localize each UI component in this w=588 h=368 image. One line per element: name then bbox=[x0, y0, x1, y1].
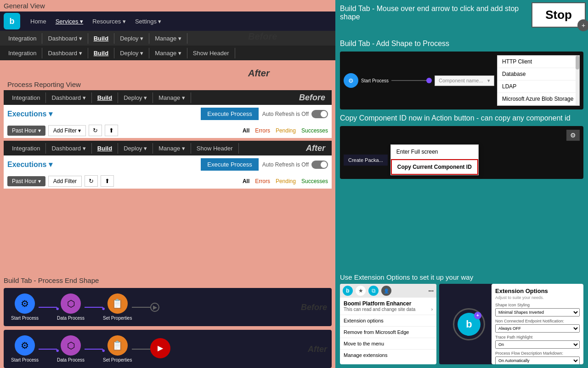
build-process-end-section: Build Tab - Process End Shape ⚙ Start Pr… bbox=[0, 274, 335, 368]
gv-label-after: After bbox=[248, 68, 270, 79]
component-dropdown[interactable]: Component name... ▾ bbox=[435, 75, 494, 86]
opt-label-1: Shape Icon Styling bbox=[495, 303, 580, 307]
tab-deploy-before[interactable]: Deploy ▾ bbox=[114, 33, 149, 44]
ext-boomi-sub-text: This can read and change site data bbox=[344, 307, 415, 312]
process-tab-before: Integration Dashboard ▾ Build Deploy ▾ M… bbox=[4, 90, 332, 105]
tab-show-header[interactable]: Show Header bbox=[187, 48, 235, 58]
tab-integration-after[interactable]: Integration bbox=[3, 48, 42, 58]
executions-button-before[interactable]: Executions ▾ bbox=[7, 109, 52, 118]
nav-services[interactable]: Services ▾ bbox=[51, 15, 88, 28]
tab-manage-before[interactable]: Manage ▾ bbox=[149, 33, 187, 44]
set-properties-label-before: Set Properties bbox=[103, 316, 132, 321]
auto-refresh-before: Auto Refresh is Off bbox=[262, 111, 309, 117]
boomi-logo-outer: b + bbox=[453, 308, 485, 340]
extension-section: Use Extension Options to set it up your … bbox=[335, 270, 588, 368]
data-process-icon-before: ⬡ bbox=[61, 293, 81, 314]
proc-tab-integration-before[interactable]: Integration bbox=[6, 92, 46, 103]
opt-select-1[interactable]: Minimal Shapes Inverted bbox=[495, 308, 580, 316]
boomi-platform-enhancer-label: Boomi Platform Enhancer This can read an… bbox=[340, 298, 436, 315]
nav-settings[interactable]: Settings ▾ bbox=[130, 15, 166, 28]
start-shape-icon: ⚙ bbox=[344, 73, 358, 88]
execute-process-btn-after[interactable]: Execute Process bbox=[201, 158, 259, 171]
proc-tab-deploy-before[interactable]: Deploy ▾ bbox=[118, 92, 153, 103]
executions-button-after[interactable]: Executions ▾ bbox=[7, 160, 52, 169]
copy-component-id-menu-item[interactable]: Copy Current Component ID bbox=[391, 159, 478, 175]
filter-pending-after[interactable]: Pending bbox=[276, 178, 296, 184]
ext-options-item[interactable]: Extension options bbox=[340, 315, 436, 327]
refresh-icon-btn-before[interactable]: ↻ bbox=[89, 125, 102, 136]
past-hour-btn-after[interactable]: Past Hour ▾ bbox=[7, 176, 45, 186]
filter-tabs-before: All Errors Pending Successes bbox=[243, 127, 328, 134]
opt-select-2[interactable]: Always OFF bbox=[495, 324, 580, 333]
comp-ldap[interactable]: LDAP bbox=[498, 80, 579, 93]
refresh-icon-btn-after[interactable]: ↻ bbox=[85, 175, 98, 187]
opt-select-3[interactable]: On bbox=[495, 340, 580, 349]
nav-resources[interactable]: Resources ▾ bbox=[88, 15, 130, 28]
toggle-before[interactable] bbox=[311, 110, 328, 118]
tab-build-after[interactable]: Build bbox=[88, 48, 115, 58]
set-properties-icon-before: 📋 bbox=[107, 293, 128, 314]
gear-row: ⚙ bbox=[344, 130, 580, 141]
gear-button[interactable]: ⚙ bbox=[566, 130, 580, 141]
build-stop-title: Build Tab - Mouse over end arrow to clic… bbox=[340, 5, 528, 21]
tab-build-before[interactable]: Build bbox=[88, 33, 115, 44]
filter-successes-after[interactable]: Successes bbox=[301, 178, 328, 184]
ext-more-icon[interactable]: ••• bbox=[428, 288, 434, 293]
filter-pending-before[interactable]: Pending bbox=[276, 127, 296, 134]
export-icon-btn-before[interactable]: ⬆ bbox=[105, 125, 118, 136]
filter-all-after[interactable]: All bbox=[243, 178, 249, 184]
executions-area-before: Executions ▾ Execute Process Auto Refres… bbox=[4, 105, 332, 123]
ext-move-item[interactable]: Move to the menu bbox=[340, 338, 436, 350]
proc-tab-deploy-after[interactable]: Deploy ▾ bbox=[118, 143, 153, 154]
filter-bar-before: Past Hour ▾ Add Filter ▾ ↻ ⬆ All Errors … bbox=[4, 123, 332, 138]
proc-tab-integration-after[interactable]: Integration bbox=[6, 143, 46, 154]
export-icon-btn-after[interactable]: ⬆ bbox=[101, 175, 114, 187]
proc-tab-build-before[interactable]: Build bbox=[92, 92, 119, 103]
proc-tab-manage-after[interactable]: Manage ▾ bbox=[153, 143, 191, 154]
tab-manage-after[interactable]: Manage ▾ bbox=[149, 48, 187, 58]
add-filter-btn-after[interactable]: Add Filter bbox=[48, 176, 82, 187]
comp-azure-blob[interactable]: Microsoft Azure Blob Storage bbox=[498, 93, 579, 105]
tab-deploy-after[interactable]: Deploy ▾ bbox=[114, 48, 149, 58]
create-package-btn[interactable]: Create Packa... bbox=[344, 155, 388, 166]
enter-fullscreen-menu-item[interactable]: Enter Full screen bbox=[391, 145, 478, 159]
process-before-area: Integration Dashboard ▾ Build Deploy ▾ M… bbox=[4, 90, 332, 138]
filter-errors-before[interactable]: Errors bbox=[255, 127, 270, 134]
opt-select-4[interactable]: On Automatically bbox=[495, 356, 580, 364]
scrollbar[interactable] bbox=[576, 56, 579, 105]
ext-boomi-title: Boomi Platform Enhancer bbox=[344, 300, 433, 307]
component-dropdown-wrapper[interactable]: Component name... ▾ bbox=[435, 75, 494, 86]
nav-home[interactable]: Home bbox=[26, 15, 51, 28]
proc-tab-show-header-after[interactable]: Show Header bbox=[191, 143, 239, 154]
tab-dashboard-after[interactable]: Dashboard ▾ bbox=[42, 48, 88, 58]
tab-integration-before[interactable]: Integration bbox=[3, 33, 42, 44]
copy-component-section: Copy Component ID now in Action button -… bbox=[340, 114, 583, 179]
execute-process-btn-before[interactable]: Execute Process bbox=[201, 108, 259, 120]
connector-line bbox=[391, 80, 432, 81]
filter-successes-before[interactable]: Successes bbox=[301, 127, 328, 134]
proc-tab-dashboard-before[interactable]: Dashboard ▾ bbox=[46, 92, 91, 103]
tab-dashboard-before[interactable]: Dashboard ▾ bbox=[42, 33, 88, 44]
set-properties-icon-after: 📋 bbox=[107, 335, 128, 356]
comp-database[interactable]: Database bbox=[498, 68, 579, 80]
add-shape-title: Build Tab - Add Shape to Process bbox=[340, 40, 583, 48]
proc-tab-manage-before[interactable]: Manage ▾ bbox=[153, 92, 191, 103]
past-hour-btn-before[interactable]: Past Hour ▾ bbox=[7, 126, 45, 136]
proc-tab-dashboard-after[interactable]: Dashboard ▾ bbox=[46, 143, 91, 154]
flow-before-label: Before bbox=[301, 302, 327, 312]
ext-manage-item[interactable]: Manage extensions bbox=[340, 350, 436, 361]
comp-http-client[interactable]: HTTP Client bbox=[498, 56, 579, 68]
filter-errors-after[interactable]: Errors bbox=[255, 178, 270, 184]
opt-label-4: Process Flow Description Markdown: bbox=[495, 351, 580, 356]
ext-options-screenshot: b + Extension Options Adjust to suite yo… bbox=[439, 284, 583, 364]
add-filter-btn-before[interactable]: Add Filter ▾ bbox=[48, 125, 86, 136]
action-row: Create Packa... Enter Full screen Copy C… bbox=[344, 144, 580, 175]
stop-button[interactable]: Stop bbox=[532, 3, 585, 27]
extension-title: Use Extension Options to set it up your … bbox=[340, 273, 583, 281]
proc-label-before: Before bbox=[299, 93, 329, 103]
proc-tab-build-after[interactable]: Build bbox=[92, 143, 119, 154]
filter-all-before[interactable]: All bbox=[243, 127, 249, 134]
start-process-label-before: Start Process bbox=[11, 316, 39, 321]
ext-remove-item[interactable]: Remove from Microsoft Edge bbox=[340, 327, 436, 338]
toggle-after[interactable] bbox=[311, 161, 328, 169]
